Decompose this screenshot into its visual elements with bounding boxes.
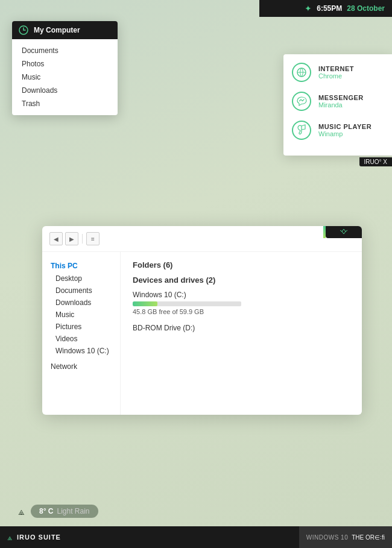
weather-badge: 8° C Light Rain xyxy=(31,505,98,518)
top-bar-logo-icon: ✦ xyxy=(305,4,312,13)
music-app-sub: Winamp xyxy=(318,130,371,137)
nav-item-trash[interactable]: Trash xyxy=(12,97,118,110)
drive-c-name: Windows 10 (C:) xyxy=(133,291,350,299)
taskbar-right: WINDOWS 10 THE OR∈∶fi xyxy=(299,526,392,548)
music-app-name: MUSIC PLAYER xyxy=(318,123,371,130)
messenger-app-sub: Miranda xyxy=(318,101,364,109)
bottom-taskbar: ⟁ IRUO SUITE WINDOWS 10 THE OR∈∶fi xyxy=(0,526,392,548)
nav-item-music[interactable]: Music xyxy=(12,71,118,84)
weather-logo-icon: ⟁ xyxy=(18,505,25,518)
weather-widget: ⟁ 8° C Light Rain xyxy=(18,505,98,518)
taskbar-logo-icon: ⟁ xyxy=(7,532,12,542)
internet-svg xyxy=(296,66,308,78)
drive-d-name: BD-ROM Drive (D:) xyxy=(133,324,350,332)
taskbar-extra-text: THE OR∈∶fi xyxy=(352,534,385,541)
nav-item-downloads[interactable]: Downloads xyxy=(12,84,118,97)
app-item-internet[interactable]: INTERNET Chrome xyxy=(291,61,385,83)
sidebar-item-pictures[interactable]: Pictures xyxy=(42,321,120,333)
drive-c-free-text: 45.8 GB free of 59.9 GB xyxy=(133,308,350,315)
internet-app-name: INTERNET xyxy=(318,65,354,72)
app-item-messenger[interactable]: MESSENGER Miranda xyxy=(291,90,385,112)
sidebar-item-network[interactable]: Network xyxy=(42,361,120,373)
sidebar-item-music[interactable]: Music xyxy=(42,309,120,321)
weather-desc: Light Rain xyxy=(57,507,89,515)
apps-panel-footer: IRUO° X xyxy=(359,157,392,166)
drive-bdrom[interactable]: BD-ROM Drive (D:) xyxy=(133,324,350,332)
back-button[interactable]: ◀ xyxy=(49,232,63,245)
small-window-header: My Computer xyxy=(12,21,118,39)
music-icon-wrap xyxy=(291,119,312,141)
music-info: MUSIC PLAYER Winamp xyxy=(318,123,371,137)
computer-icon xyxy=(18,25,29,36)
drive-c-bar-bg xyxy=(133,301,241,306)
sidebar-item-windows10c[interactable]: Windows 10 (C:) xyxy=(42,345,120,357)
sidebar-item-desktop[interactable]: Desktop xyxy=(42,272,120,285)
nav-item-photos[interactable]: Photos xyxy=(12,57,118,71)
taskbar-appname: IRUO SUITE xyxy=(17,534,61,541)
main-file-window: ◀ ▶ ≡ This PC Desktop Documents Download… xyxy=(42,226,362,415)
messenger-icon-wrap xyxy=(291,90,312,112)
weather-temp: 8° C xyxy=(39,507,53,515)
internet-icon xyxy=(292,63,311,82)
top-bar: ✦ 6:55PM 28 October xyxy=(259,0,392,17)
drive-windows10c[interactable]: Windows 10 (C:) 45.8 GB free of 59.9 GB xyxy=(133,291,350,315)
main-content: Folders (6) Devices and drives (2) Windo… xyxy=(121,252,362,415)
messenger-icon xyxy=(292,92,311,111)
internet-info: INTERNET Chrome xyxy=(318,65,354,80)
internet-icon-wrap xyxy=(291,61,312,83)
music-icon xyxy=(292,121,311,140)
messenger-info: MESSENGER Miranda xyxy=(318,94,364,109)
main-window-toolbar: ◀ ▶ ≡ xyxy=(42,226,362,252)
messenger-svg xyxy=(295,95,308,108)
top-bar-time: 6:55PM xyxy=(317,4,342,13)
sidebar-item-documents[interactable]: Documents xyxy=(42,285,120,297)
menu-button[interactable]: ≡ xyxy=(86,232,100,245)
sidebar-nav: This PC Desktop Documents Downloads Musi… xyxy=(42,252,121,415)
taskbar-windows-text: WINDOWS 10 xyxy=(306,534,348,541)
small-window-title: My Computer xyxy=(34,26,80,34)
small-window-nav: Documents Photos Music Downloads Trash xyxy=(12,39,118,115)
toolbar-separator xyxy=(82,234,83,244)
window-logo-icon xyxy=(339,228,349,236)
music-svg xyxy=(296,124,308,136)
folders-title: Folders (6) xyxy=(133,260,350,269)
nav-item-documents[interactable]: Documents xyxy=(12,44,118,57)
internet-app-sub: Chrome xyxy=(318,72,354,80)
devices-title: Devices and drives (2) xyxy=(133,276,350,285)
apps-panel: INTERNET Chrome MESSENGER Miranda xyxy=(283,54,392,156)
top-bar-date: 28 October xyxy=(347,4,385,13)
app-item-music[interactable]: MUSIC PLAYER Winamp xyxy=(291,119,385,141)
window-top-bar xyxy=(326,226,362,238)
sidebar-item-downloads[interactable]: Downloads xyxy=(42,297,120,309)
small-file-window: My Computer Documents Photos Music Downl… xyxy=(12,21,118,115)
sidebar-item-videos[interactable]: Videos xyxy=(42,333,120,345)
drive-c-bar-fill xyxy=(133,301,157,306)
main-window-body: This PC Desktop Documents Downloads Musi… xyxy=(42,252,362,415)
forward-button[interactable]: ▶ xyxy=(65,232,78,245)
taskbar-left: ⟁ IRUO SUITE xyxy=(0,532,61,542)
messenger-app-name: MESSENGER xyxy=(318,94,364,101)
sidebar-this-pc[interactable]: This PC xyxy=(42,259,120,272)
